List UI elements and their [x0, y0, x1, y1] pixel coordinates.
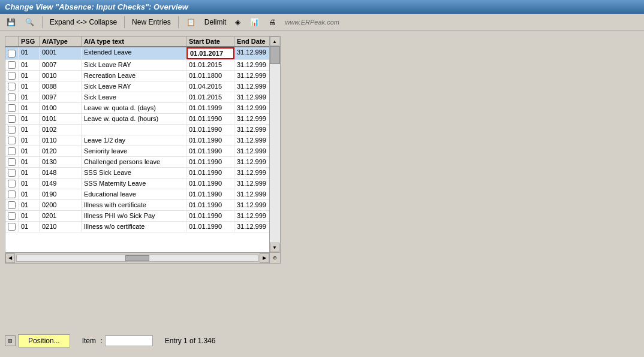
cell-psg: 01 [19, 81, 40, 92]
cell-psg: 01 [19, 92, 40, 102]
title-bar: Change View "Absence: Input Checks": Ove… [0, 0, 644, 14]
table-row[interactable]: 010101Leave w. quota d. (hours)01.01.199… [5, 114, 280, 125]
find-icon: 🔍 [25, 18, 34, 26]
cell-start-date[interactable]: 01.01.1990 [186, 135, 234, 146]
cell-aatype: 0148 [40, 168, 82, 178]
cell-start-date[interactable]: 01.01.1990 [186, 179, 234, 189]
toolbar-separator-1 [42, 16, 43, 28]
cell-aa-type-text: Leave 1/2 day [82, 135, 186, 146]
row-checkbox[interactable] [5, 146, 19, 156]
table-row[interactable]: 010100Leave w. quota d. (days)01.01.1999… [5, 103, 280, 114]
scroll-right-button[interactable]: ▶ [260, 253, 269, 263]
cell-aatype: 0210 [40, 222, 82, 232]
cell-psg: 01 [19, 114, 40, 124]
main-content: PSG A/AType A/A type text Start Date End… [0, 31, 644, 352]
cell-start-date[interactable]: 01.01.1990 [186, 200, 234, 210]
table-row[interactable]: 010210Illness w/o certificate01.01.19903… [5, 222, 280, 232]
find-button[interactable]: 🔍 [22, 16, 37, 28]
cell-start-date[interactable]: 01.01.1990 [186, 157, 234, 167]
table-row[interactable]: 010110Leave 1/2 day01.01.199031.12.999 [5, 135, 280, 146]
cell-aatype: 0001 [40, 47, 82, 59]
cell-start-date[interactable]: 01.01.1990 [186, 222, 234, 232]
toolbar-separator-2 [124, 16, 125, 28]
cell-start-date[interactable]: 01.01.1990 [186, 189, 234, 199]
cell-aa-type-text: Challenged persons leave [82, 157, 186, 167]
item-label: Item : [82, 335, 153, 346]
row-checkbox[interactable] [5, 222, 19, 232]
row-checkbox[interactable] [5, 60, 19, 70]
table-row[interactable]: 010201Illness PHI w/o Sick Pay01.01.1990… [5, 211, 280, 222]
h-scroll-track[interactable] [16, 255, 258, 262]
scroll-down-button[interactable]: ▼ [270, 243, 279, 252]
table-row[interactable]: 010120Seniority leave01.01.199031.12.999 [5, 146, 280, 157]
scroll-left-button[interactable]: ◀ [5, 253, 15, 263]
arrow-button[interactable]: ◈ [232, 16, 243, 28]
expand-collapse-button[interactable]: Expand <-> Collapse [47, 17, 119, 28]
cell-start-date[interactable]: 01.01.1990 [186, 211, 234, 221]
row-checkbox[interactable] [5, 200, 19, 210]
table-row[interactable]: 010149SSS Maternity Leave01.01.199031.12… [5, 179, 280, 189]
table-row[interactable]: 010148SSS Sick Leave01.01.199031.12.999 [5, 168, 280, 179]
col-header-start-date: Start Date [186, 37, 234, 46]
table-row[interactable]: 010010Recreation Leave01.01.180031.12.99… [5, 71, 280, 81]
table-row[interactable]: 010130Challenged persons leave01.01.1990… [5, 157, 280, 168]
row-checkbox[interactable] [5, 92, 19, 102]
new-entries-button[interactable]: New Entries [130, 17, 173, 28]
cell-aatype: 0100 [40, 103, 82, 113]
export-button[interactable]: 📊 [247, 16, 262, 28]
cell-start-date[interactable]: 01.01.1990 [186, 114, 234, 124]
row-checkbox[interactable] [5, 157, 19, 167]
table-row[interactable]: 010007Sick Leave RAY01.01.201531.12.999 [5, 60, 280, 71]
row-checkbox[interactable] [5, 103, 19, 113]
vertical-scrollbar[interactable]: ▲ ▼ [269, 37, 280, 252]
cell-psg: 01 [19, 47, 40, 59]
table-row[interactable]: 010001Extended Leave01.01.201731.12.999 [5, 47, 280, 60]
save-button[interactable]: 💾 [4, 16, 19, 28]
cell-start-date[interactable]: 01.01.2017 [186, 47, 234, 59]
row-checkbox[interactable] [5, 47, 19, 59]
item-input[interactable] [105, 335, 153, 346]
horizontal-scrollbar[interactable]: ◀ ▶ [5, 252, 269, 263]
status-bar: ⊞ Position... Item : Entry 1 of 1.346 [5, 334, 639, 347]
table-row[interactable]: 010190Educational leave01.01.199031.12.9… [5, 189, 280, 200]
row-checkbox[interactable] [5, 71, 19, 81]
cell-start-date[interactable]: 01.04.2015 [186, 81, 234, 92]
row-checkbox[interactable] [5, 189, 19, 199]
cell-start-date[interactable]: 01.01.1990 [186, 168, 234, 178]
cell-aatype: 0101 [40, 114, 82, 124]
cell-aa-type-text: Extended Leave [82, 47, 186, 59]
cell-start-date[interactable]: 01.01.2015 [186, 92, 234, 102]
print-button[interactable]: 🖨 [266, 16, 279, 28]
cell-psg: 01 [19, 189, 40, 199]
cell-aatype: 0007 [40, 60, 82, 70]
cell-start-date[interactable]: 01.01.1999 [186, 103, 234, 113]
row-checkbox[interactable] [5, 81, 19, 92]
row-checkbox[interactable] [5, 135, 19, 146]
scroll-thumb[interactable] [270, 46, 280, 64]
h-scroll-thumb[interactable] [125, 255, 149, 261]
cell-start-date[interactable]: 01.01.1990 [186, 146, 234, 156]
cell-aa-type-text: Sick Leave RAY [82, 81, 186, 92]
table-row[interactable]: 010097Sick Leave01.01.201531.12.999 [5, 92, 280, 103]
scroll-track[interactable] [270, 46, 280, 243]
cell-start-date[interactable]: 01.01.2015 [186, 60, 234, 70]
row-checkbox[interactable] [5, 125, 19, 135]
cell-psg: 01 [19, 71, 40, 81]
cell-aatype: 0190 [40, 189, 82, 199]
table-row[interactable]: 01010201.01.199031.12.999 [5, 125, 280, 135]
table-row[interactable]: 010088Sick Leave RAY01.04.201531.12.999 [5, 81, 280, 92]
table-row[interactable]: 010200Illness with certificate01.01.1990… [5, 200, 280, 211]
delimit-button[interactable]: Delimit [202, 17, 229, 28]
row-checkbox[interactable] [5, 114, 19, 124]
arrow-icon: ◈ [235, 18, 240, 26]
row-checkbox[interactable] [5, 179, 19, 189]
scroll-up-button[interactable]: ▲ [270, 37, 279, 46]
data-table-container: PSG A/AType A/A type text Start Date End… [5, 36, 281, 264]
row-checkbox[interactable] [5, 168, 19, 178]
position-button[interactable]: Position... [18, 334, 70, 347]
row-checkbox[interactable] [5, 211, 19, 221]
brand-text: www.ERPeak.com [285, 19, 339, 26]
cell-start-date[interactable]: 01.01.1990 [186, 125, 234, 135]
cell-start-date[interactable]: 01.01.1800 [186, 71, 234, 81]
copy-button[interactable]: 📋 [183, 16, 198, 28]
